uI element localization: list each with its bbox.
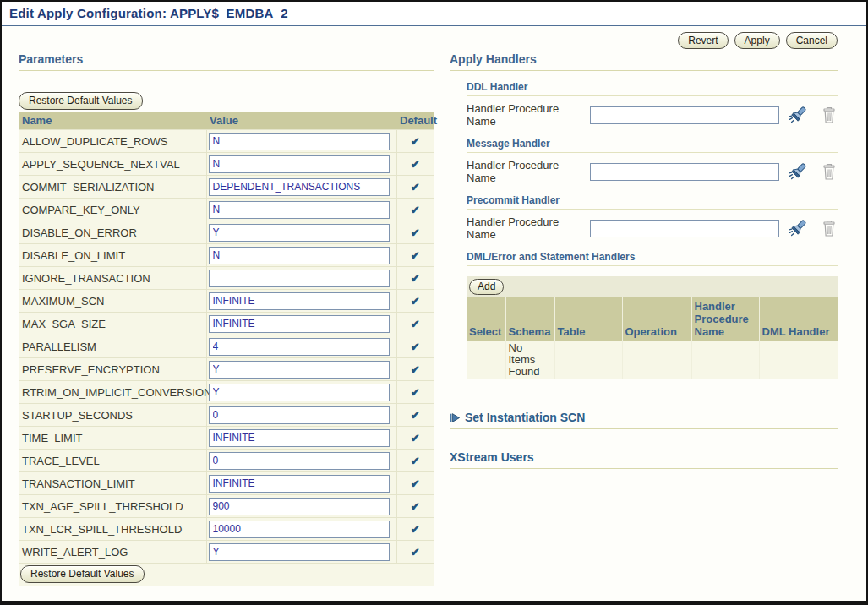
parameter-value-input[interactable] <box>209 338 390 356</box>
restore-default-values-button-top[interactable]: Restore Default Values <box>19 92 143 110</box>
default-checkmark: ✔ <box>396 450 434 472</box>
apply-tag-section-toggle[interactable]: Apply Tag <box>19 601 434 605</box>
apply-tag-label: Apply Tag <box>34 601 90 605</box>
dml-column-header: Table <box>554 297 622 341</box>
flashlight-icon[interactable] <box>788 105 808 125</box>
dml-add-toolbar: Add <box>467 276 838 297</box>
parameter-value-cell <box>206 541 396 564</box>
precommit-handler-row: Handler Procedure Name <box>467 215 838 241</box>
parameter-row: PARALLELISM✔ <box>19 335 434 358</box>
parameter-value-input[interactable] <box>209 224 390 242</box>
parameter-name: MAXIMUM_SCN <box>19 290 206 313</box>
parameter-name: TRACE_LEVEL <box>19 450 206 472</box>
add-handler-button[interactable]: Add <box>469 279 504 295</box>
parameter-value-input[interactable] <box>209 406 390 424</box>
flashlight-icon[interactable] <box>788 218 808 238</box>
parameter-value-cell <box>206 495 396 518</box>
default-checkmark: ✔ <box>396 176 434 199</box>
default-checkmark: ✔ <box>396 130 434 153</box>
parameter-value-cell <box>206 381 396 404</box>
message-handler-row: Handler Procedure Name <box>467 159 838 184</box>
parameters-panel: Parameters Restore Default Values Name V… <box>19 26 434 605</box>
parameter-value-input[interactable] <box>209 384 390 401</box>
parameter-row: PRESERVE_ENCRYPTION✔ <box>19 358 434 381</box>
parameter-value-input[interactable] <box>209 315 390 333</box>
dml-handlers-heading: DML/Error and Statement Handlers <box>467 251 838 266</box>
page-content: Parameters Restore Default Values Name V… <box>2 26 866 605</box>
message-handler-procedure-input[interactable] <box>590 163 779 181</box>
parameter-value-input[interactable] <box>209 543 390 561</box>
restore-default-values-button-bottom[interactable]: Restore Default Values <box>20 565 145 583</box>
parameter-value-input[interactable] <box>209 521 390 538</box>
parameter-name: TRANSACTION_LIMIT <box>19 472 206 495</box>
parameter-value-input[interactable] <box>209 452 390 470</box>
column-header-default: Default <box>396 112 434 130</box>
parameter-value-cell <box>206 472 396 495</box>
parameter-value-cell <box>206 358 396 381</box>
parameter-name: APPLY_SEQUENCE_NEXTVAL <box>19 153 206 176</box>
parameter-value-input[interactable] <box>209 201 390 219</box>
default-checkmark: ✔ <box>396 381 434 404</box>
parameter-row: ALLOW_DUPLICATE_ROWS✔ <box>19 130 434 153</box>
parameter-row: TRACE_LEVEL✔ <box>19 450 434 472</box>
cancel-button[interactable]: Cancel <box>786 32 838 49</box>
parameter-value-cell <box>206 153 396 176</box>
revert-button[interactable]: Revert <box>678 32 728 49</box>
apply-handlers-panel: Revert Apply Cancel Apply Handlers DDL H… <box>450 26 838 605</box>
parameter-value-input[interactable] <box>209 178 390 196</box>
default-checkmark: ✔ <box>396 153 434 176</box>
message-handler-heading: Message Handler <box>467 138 838 153</box>
parameter-value-cell <box>206 130 396 153</box>
parameter-row: TXN_AGE_SPILL_THRESHOLD✔ <box>19 495 434 518</box>
message-handler-procedure-label: Handler Procedure Name <box>467 159 590 184</box>
apply-button[interactable]: Apply <box>734 32 780 49</box>
parameter-row: TRANSACTION_LIMIT✔ <box>19 472 434 495</box>
disclosure-triangle-icon <box>19 602 30 605</box>
parameter-value-input[interactable] <box>209 475 390 493</box>
parameter-row: IGNORE_TRANSACTION✔ <box>19 267 434 290</box>
parameter-value-input[interactable] <box>209 155 390 173</box>
set-instantiation-scn-label: Set Instantiation SCN <box>465 411 585 424</box>
dml-handlers-table-container: Add SelectSchemaTableOperationHandler Pr… <box>467 276 838 379</box>
precommit-handler-procedure-input[interactable] <box>590 220 779 237</box>
page-title: Edit Apply Configuration: APPLY$_EMDBA_2 <box>9 6 288 20</box>
trash-icon[interactable] <box>821 220 838 237</box>
dml-column-header: Schema <box>505 297 554 341</box>
parameters-header-row: Name Value Default <box>19 112 434 130</box>
column-header-name: Name <box>19 112 206 130</box>
parameter-value-input[interactable] <box>209 270 390 287</box>
trash-icon[interactable] <box>821 163 838 181</box>
parameter-value-input[interactable] <box>209 429 390 447</box>
ddl-handler-procedure-input[interactable] <box>590 106 779 124</box>
parameter-value-input[interactable] <box>209 498 390 515</box>
parameter-value-input[interactable] <box>209 247 390 264</box>
parameter-name: WRITE_ALERT_LOG <box>19 541 206 564</box>
ddl-handler-row: Handler Procedure Name <box>467 102 838 128</box>
set-instantiation-scn-toggle[interactable]: Set Instantiation SCN <box>450 411 838 429</box>
parameter-value-cell <box>206 267 396 290</box>
parameter-value-cell <box>206 404 396 427</box>
default-checkmark: ✔ <box>396 427 434 450</box>
parameter-value-input[interactable] <box>209 133 390 150</box>
parameter-value-cell <box>206 221 396 244</box>
parameter-row: WRITE_ALERT_LOG✔ <box>19 541 434 564</box>
default-checkmark: ✔ <box>396 335 434 358</box>
apply-handlers-heading: Apply Handlers <box>450 52 838 71</box>
parameter-value-input[interactable] <box>209 292 390 310</box>
parameter-value-cell <box>206 427 396 450</box>
parameter-value-cell <box>206 518 396 541</box>
trash-icon[interactable] <box>821 106 838 124</box>
parameter-name: TXN_LCR_SPILL_THRESHOLD <box>19 518 206 541</box>
default-checkmark: ✔ <box>396 541 434 564</box>
handler-subsections: DDL Handler Handler Procedure Name <box>467 81 838 379</box>
parameters-table: Name Value Default ALLOW_DUPLICATE_ROWS✔… <box>19 112 434 586</box>
default-checkmark: ✔ <box>396 313 434 335</box>
parameter-value-cell <box>206 244 396 267</box>
default-checkmark: ✔ <box>396 199 434 221</box>
flashlight-icon[interactable] <box>788 161 808 182</box>
parameter-value-input[interactable] <box>209 361 390 379</box>
parameter-name: DISABLE_ON_ERROR <box>19 221 206 244</box>
dml-column-header: DML Handler <box>759 297 838 341</box>
dml-column-header: Handler Procedure Name <box>691 297 759 341</box>
parameter-row: TIME_LIMIT✔ <box>19 427 434 450</box>
